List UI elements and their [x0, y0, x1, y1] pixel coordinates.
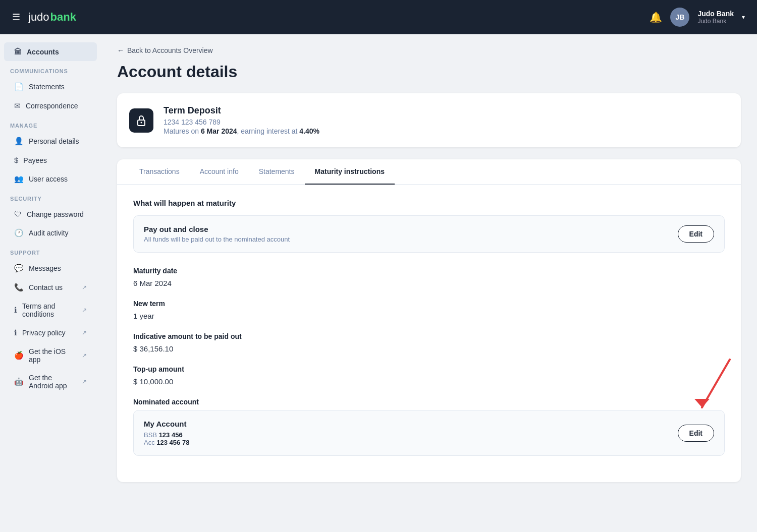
sidebar-contact-us-label: Contact us [29, 283, 63, 291]
sidebar-section-support: SUPPORT [0, 243, 101, 259]
account-number: 1234 123 456 789 [164, 118, 319, 126]
hamburger-icon[interactable]: ☰ [12, 12, 20, 23]
layout: 🏛 Accounts COMMUNICATIONS 📄 Statements ✉… [0, 0, 757, 532]
header-left: ☰ judobank [12, 11, 76, 24]
new-term-value: 1 year [133, 312, 725, 320]
svg-point-1 [141, 122, 142, 123]
people-icon: 👥 [14, 174, 24, 184]
indicative-label: Indicative amount to be paid out [133, 332, 725, 340]
nominated-section: Nominated account My Account BSB 123 456… [133, 398, 725, 456]
new-term-label: New term [133, 300, 725, 308]
nominated-info: My Account BSB 123 456 Acc 123 456 78 [144, 420, 189, 446]
sidebar-statements-label: Statements [29, 83, 65, 91]
tab-account-info[interactable]: Account info [190, 159, 249, 185]
mail-icon: ✉ [14, 101, 21, 110]
tab-panel: Transactions Account info Statements Mat… [117, 159, 741, 482]
user-org: Judo Bank [697, 18, 734, 25]
topup-section: Top-up amount $ 10,000.00 [133, 365, 725, 386]
sidebar-item-correspondence[interactable]: ✉ Correspondence [4, 96, 97, 115]
sidebar-change-password-label: Change password [27, 210, 84, 218]
bell-icon[interactable]: 🔔 [650, 11, 662, 23]
instruction-edit-button[interactable]: Edit [678, 225, 714, 243]
sidebar-ios-app-label: Get the iOS app [29, 347, 77, 364]
nominated-bsb: BSB 123 456 [144, 431, 189, 439]
header: ☰ judobank 🔔 JB Judo Bank Judo Bank ▾ [0, 0, 757, 34]
logo: judobank [28, 11, 76, 24]
sidebar-item-personal-details[interactable]: 👤 Personal details [4, 132, 97, 151]
sidebar-item-contact-us[interactable]: 📞 Contact us ↗ [4, 278, 97, 297]
bsb-label: BSB [144, 431, 159, 439]
maturity-date-section: Maturity date 6 Mar 2024 [133, 267, 725, 287]
sidebar-item-user-access[interactable]: 👥 User access [4, 169, 97, 189]
new-term-section: New term 1 year [133, 300, 725, 320]
header-right: 🔔 JB Judo Bank Judo Bank ▾ [650, 8, 745, 27]
sidebar-item-payees[interactable]: $ Payees [4, 151, 97, 169]
bank-icon: 🏛 [14, 47, 22, 56]
logo-bank: bank [50, 11, 76, 24]
sidebar-item-terms[interactable]: ℹ Terms and conditions ↗ [4, 297, 97, 323]
nominated-label: Nominated account [133, 398, 725, 406]
sidebar-section-security: SECURITY [0, 189, 101, 205]
nominated-acc: Acc 123 456 78 [144, 439, 189, 446]
account-card: Term Deposit 1234 123 456 789 Matures on… [117, 93, 741, 147]
chevron-down-icon[interactable]: ▾ [742, 14, 745, 21]
external-link-icon-ios: ↗ [82, 352, 87, 359]
back-arrow-icon: ← [117, 46, 124, 54]
tab-transactions[interactable]: Transactions [129, 159, 190, 185]
doc-icon: 📄 [14, 82, 24, 91]
maturity-section-title: What will happen at maturity [133, 199, 725, 207]
tabs: Transactions Account info Statements Mat… [117, 159, 741, 185]
dollar-icon: $ [14, 156, 18, 164]
sidebar-item-statements[interactable]: 📄 Statements [4, 77, 97, 96]
maturity-date-label: Maturity date [133, 267, 725, 275]
topup-value: $ 10,000.00 [133, 377, 725, 386]
sidebar-item-audit-activity[interactable]: 🕐 Audit activity [4, 223, 97, 243]
topup-label: Top-up amount [133, 365, 725, 373]
nominated-edit-button[interactable]: Edit [678, 425, 714, 442]
sidebar-terms-label: Terms and conditions [22, 302, 77, 318]
sidebar-correspondence-label: Correspondence [26, 102, 78, 110]
sidebar-item-privacy[interactable]: ℹ Privacy policy ↗ [4, 323, 97, 342]
clock-icon: 🕐 [14, 228, 24, 238]
lock-icon [135, 114, 147, 127]
sidebar-item-change-password[interactable]: 🛡 Change password [4, 205, 97, 223]
phone-icon: 📞 [14, 283, 24, 292]
maturity-prefix: Matures on [164, 127, 201, 135]
instruction-card: Pay out and close All funds will be paid… [133, 215, 725, 253]
back-link[interactable]: ← Back to Accounts Overview [117, 46, 741, 54]
sidebar-section-manage: MANAGE [0, 115, 101, 132]
account-meta: Matures on 6 Mar 2024, earning interest … [164, 127, 319, 135]
sidebar-item-ios-app[interactable]: 🍎 Get the iOS app ↗ [4, 342, 97, 369]
sidebar-item-accounts[interactable]: 🏛 Accounts [4, 42, 97, 61]
avatar[interactable]: JB [670, 8, 689, 27]
sidebar: 🏛 Accounts COMMUNICATIONS 📄 Statements ✉… [0, 34, 101, 532]
sidebar-item-messages[interactable]: 💬 Messages [4, 259, 97, 278]
account-icon-wrap [129, 108, 153, 133]
nominated-card: My Account BSB 123 456 Acc 123 456 78 Ed… [133, 410, 725, 456]
sidebar-payees-label: Payees [23, 156, 47, 164]
indicative-section: Indicative amount to be paid out $ 36,15… [133, 332, 725, 353]
tab-content-maturity: What will happen at maturity Pay out and… [117, 185, 741, 482]
acc-value: 123 456 78 [156, 439, 189, 446]
sidebar-user-access-label: User access [29, 175, 68, 183]
android-icon: 🤖 [14, 377, 24, 386]
maturity-date-value: 6 Mar 2024 [133, 279, 725, 287]
sidebar-messages-label: Messages [29, 264, 61, 272]
sidebar-personal-details-label: Personal details [29, 137, 79, 145]
instruction-info: Pay out and close All funds will be paid… [144, 225, 290, 243]
instruction-desc: All funds will be paid out to the nomina… [144, 235, 290, 243]
shield-icon: 🛡 [14, 210, 22, 218]
external-link-icon: ↗ [82, 284, 87, 291]
nominated-name: My Account [144, 420, 189, 428]
tab-maturity-instructions[interactable]: Maturity instructions [305, 159, 395, 185]
external-link-icon-android: ↗ [82, 378, 87, 385]
sidebar-item-android-app[interactable]: 🤖 Get the Android app ↗ [4, 369, 97, 395]
tab-statements[interactable]: Statements [249, 159, 305, 185]
instruction-title: Pay out and close [144, 225, 290, 233]
user-name: Judo Bank [697, 10, 734, 18]
main-content: ← Back to Accounts Overview Account deta… [101, 34, 757, 532]
account-name: Term Deposit [164, 105, 319, 116]
bsb-value: 123 456 [159, 431, 183, 439]
external-link-icon-privacy: ↗ [82, 329, 87, 336]
apple-icon: 🍎 [14, 351, 24, 360]
